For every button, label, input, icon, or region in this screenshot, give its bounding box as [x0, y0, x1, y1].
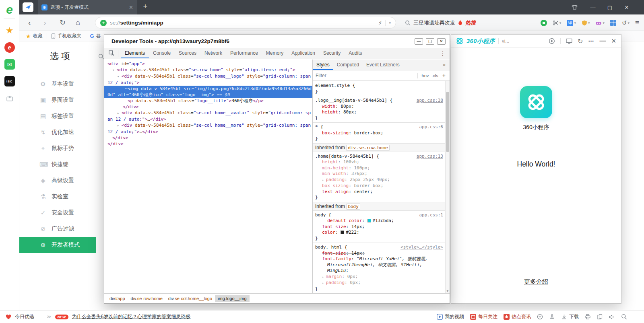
- devtools-tab-memory[interactable]: Memory: [262, 48, 287, 58]
- sidebar-item-优化加速[interactable]: ↯优化加速: [19, 124, 96, 140]
- more-info-link[interactable]: 更多介绍: [451, 278, 621, 286]
- devtools-tab-performance[interactable]: Performance: [226, 48, 262, 58]
- refresh-icon[interactable]: ↻: [60, 18, 66, 27]
- style-rule[interactable]: body {app.css:1--default-color: #13cbda;…: [313, 211, 445, 243]
- sidebar-item-实验室[interactable]: ⚗实验室: [19, 189, 96, 205]
- css-property[interactable]: text-align: center;: [315, 189, 442, 195]
- download-button[interactable]: 下载: [561, 313, 579, 320]
- inherited-node-link[interactable]: div.se-row.home: [346, 145, 389, 151]
- hot-news-button[interactable]: 热点资讯: [504, 313, 531, 320]
- dom-node[interactable]: </div>: [107, 135, 312, 141]
- pseudo-state-toggle[interactable]: :hov: [421, 73, 429, 78]
- sidebar-item-安全设置[interactable]: ✓安全设置: [19, 205, 96, 221]
- address-bar[interactable]: + se://settings/miniapp ⚡ ▾: [95, 17, 396, 29]
- css-source-link[interactable]: app.css:13: [417, 154, 443, 160]
- style-rule[interactable]: element.style {}: [313, 81, 445, 96]
- sidebar-item-标签设置[interactable]: ▤标签设置: [19, 108, 96, 124]
- style-rule[interactable]: * {app.css:6box-sizing: border-box;}: [313, 123, 445, 144]
- devtools-tab-sources[interactable]: Sources: [175, 48, 200, 58]
- tab-close-icon[interactable]: ✕: [129, 4, 133, 10]
- page-search-icon[interactable]: [621, 314, 627, 320]
- styles-filter-input[interactable]: [316, 73, 415, 78]
- minimize-button[interactable]: —: [587, 0, 599, 14]
- scrollbar-down-icon[interactable]: ▼: [446, 289, 450, 293]
- css-property[interactable]: min-height: 100px;: [315, 165, 442, 171]
- color-swatch[interactable]: [367, 219, 371, 222]
- screenshot-scissors-icon[interactable]: ▾: [553, 20, 561, 26]
- dom-node[interactable]: <p data-v-584e45b1 class="logo__title">3…: [107, 98, 312, 104]
- my-videos-button[interactable]: 我的视频: [437, 313, 464, 320]
- url-text[interactable]: se://settings/miniapp: [110, 20, 163, 26]
- css-property[interactable]: min-width: 376px;: [315, 171, 442, 177]
- screencast-icon[interactable]: [566, 38, 572, 44]
- home-icon[interactable]: ⌂: [76, 18, 80, 27]
- sidebar-item-基本设置[interactable]: ⚙基本设置: [19, 76, 96, 92]
- styles-tab-computed[interactable]: Computed: [333, 60, 363, 70]
- miniapp-titlebar[interactable]: 360小程序 vi... ↻ ⋯ — ✕: [451, 35, 621, 48]
- devtools-tab-elements[interactable]: Elements: [121, 48, 149, 58]
- css-property[interactable]: box-sizing: border-box;: [315, 130, 442, 136]
- favorites-button[interactable]: ★ 收藏: [26, 33, 43, 39]
- css-property[interactable]: font-size: 14px;: [315, 251, 442, 257]
- css-property[interactable]: width: 80px;: [315, 104, 442, 110]
- back-icon[interactable]: ‹: [28, 18, 31, 27]
- css-source-link[interactable]: app.css:6: [419, 124, 443, 130]
- apps-grid-icon[interactable]: [610, 20, 616, 26]
- dom-node[interactable]: ▾ <div data-v-584e45b1 class="se-row hom…: [107, 67, 312, 73]
- bookmark-google[interactable]: G 谷: [90, 33, 101, 39]
- css-source-link[interactable]: app.css:38: [417, 98, 443, 104]
- headline-link[interactable]: 为什么会丢失6岁以前的记忆？心理学家的答案细思恐极: [72, 313, 191, 320]
- hot-search-label[interactable]: 热搜: [465, 19, 476, 27]
- dom-node[interactable]: </div>: [107, 104, 312, 110]
- inspect-element-icon[interactable]: [107, 50, 116, 56]
- devtools-tab-console[interactable]: Console: [149, 48, 175, 58]
- settings-search-icon[interactable]: [98, 53, 104, 60]
- search-box[interactable]: 三星堆遗址再次发 热搜: [401, 17, 480, 29]
- inherited-node-link[interactable]: body: [346, 204, 360, 210]
- styles-tab-event-listeners[interactable]: Event Listeners: [363, 60, 403, 70]
- breadcrumb-img.logo__img[interactable]: img.logo__img: [215, 295, 250, 302]
- dom-node-selected[interactable]: ⋯<img data-v-584e45b1 src="img/logo.png?…: [104, 86, 312, 98]
- class-toggle[interactable]: .cls: [431, 73, 438, 78]
- add-circle-icon[interactable]: [537, 314, 543, 320]
- compass-icon[interactable]: [549, 38, 555, 44]
- mail-icon[interactable]: ✉: [4, 59, 15, 70]
- reload-icon[interactable]: ↻: [578, 37, 583, 45]
- copy-page-icon[interactable]: [597, 314, 603, 320]
- color-swatch[interactable]: [341, 230, 344, 234]
- daily-follow-button[interactable]: 每日关注: [470, 313, 497, 320]
- new-style-rule-button[interactable]: +: [442, 72, 446, 79]
- site-badge-icon[interactable]: +: [100, 20, 107, 26]
- devtools-tab-network[interactable]: Network: [200, 48, 226, 58]
- 360-safe-icon[interactable]: e: [4, 42, 15, 53]
- devtools-tab-application[interactable]: Application: [287, 48, 319, 58]
- more-options-icon[interactable]: ⋯: [588, 38, 594, 44]
- devtools-close-button[interactable]: ✕: [437, 38, 446, 45]
- shield-icon[interactable]: ▾: [582, 20, 590, 26]
- css-property[interactable]: height: 100vh;: [315, 159, 442, 165]
- style-rule[interactable]: .home[data-v-584e45b1] {app.css:13height…: [313, 152, 445, 202]
- daily-pick-button[interactable]: 今日优选: [15, 313, 34, 320]
- sidebar-item-开发者模式[interactable]: ⊕开发者模式: [19, 237, 96, 253]
- dom-node[interactable]: ▾ <div data-v-584e45b1 class="se-col hom…: [107, 73, 312, 86]
- printer-icon[interactable]: [585, 314, 591, 320]
- dom-node[interactable]: ▸ <div data-v-584e45b1 class="se-col hom…: [107, 110, 312, 122]
- css-property[interactable]: box-sizing: border-box;: [315, 183, 442, 189]
- breadcrumb-div.se-col.home__logo[interactable]: div.se-col.home__logo: [165, 295, 215, 302]
- address-dropdown-icon[interactable]: ▾: [389, 21, 391, 25]
- forward-icon[interactable]: ›: [43, 18, 46, 27]
- sidebar-item-广告过滤[interactable]: ⊘广告过滤: [19, 221, 96, 237]
- css-property[interactable]: --default-color: #13cbda;: [315, 218, 442, 224]
- translate-icon[interactable]: 译▾: [567, 20, 576, 26]
- skin-theme-icon[interactable]: [568, 0, 580, 14]
- search-hotword[interactable]: 三星堆遗址再次发: [413, 19, 455, 27]
- css-property[interactable]: height: 80px;: [315, 109, 442, 115]
- styles-tab-styles[interactable]: Styles: [313, 60, 333, 70]
- sidebar-item-高级设置[interactable]: ◈高级设置: [19, 173, 96, 189]
- main-menu-icon[interactable]: ≡: [635, 19, 639, 27]
- overflow-chevron-icon[interactable]: »: [443, 62, 446, 68]
- css-source-link[interactable]: <style>…</style>: [400, 245, 443, 251]
- devtools-titlebar[interactable]: Developer Tools - app://qh13waury22p7m8b…: [104, 35, 450, 48]
- safe-wallet-icon[interactable]: [541, 20, 547, 26]
- dom-node[interactable]: </div>: [107, 141, 312, 147]
